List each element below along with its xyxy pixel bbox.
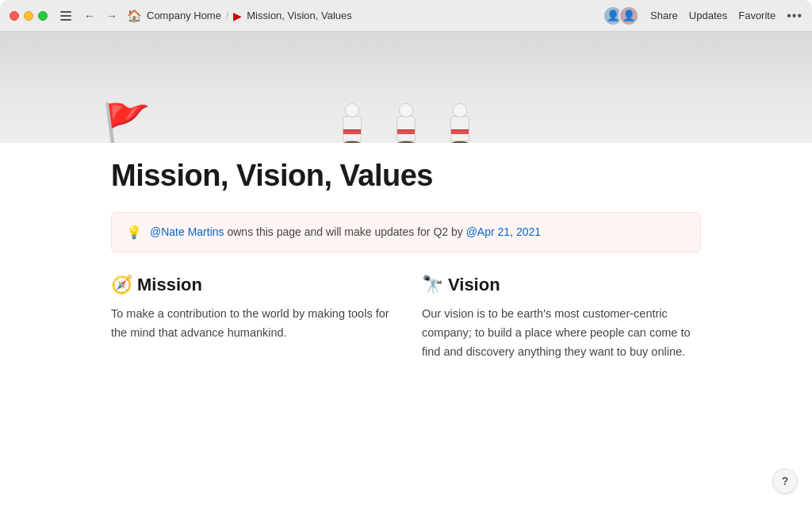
page-title: Mission, Vision, Values bbox=[111, 159, 701, 193]
breadcrumb-separator: / bbox=[226, 10, 228, 21]
breadcrumb-current-page: Mission, Vision, Values bbox=[247, 10, 351, 21]
mission-title: 🧭 Mission bbox=[111, 275, 390, 295]
page-content: Mission, Vision, Values 💡 @Nate Martins … bbox=[0, 143, 812, 378]
owner-mention[interactable]: @Nate Martins bbox=[150, 225, 224, 238]
page-hero-flag: 🚩 bbox=[103, 105, 151, 143]
titlebar-actions: 👤 👤 Share Updates Favorite ••• bbox=[603, 6, 802, 26]
astronaut-head bbox=[345, 103, 359, 117]
close-button[interactable] bbox=[10, 11, 19, 21]
mission-label: Mission bbox=[137, 275, 202, 295]
date-mention[interactable]: @Apr 21, 2021 bbox=[466, 225, 541, 238]
breadcrumb: 🏠 Company Home / ▶ Mission, Vision, Valu… bbox=[127, 9, 603, 23]
hero-banner: 🚩 bbox=[0, 32, 812, 143]
vision-body: Our vision is to be earth's most custome… bbox=[422, 305, 701, 362]
astronaut-belt bbox=[451, 129, 469, 134]
astronaut-body bbox=[396, 116, 416, 141]
avatar[interactable]: 👤 bbox=[619, 6, 639, 26]
two-column-layout: 🧭 Mission To make a contribution to the … bbox=[111, 275, 701, 362]
astronaut-base bbox=[341, 141, 363, 143]
maximize-button[interactable] bbox=[38, 11, 48, 21]
vision-section: 🔭 Vision Our vision is to be earth's mos… bbox=[422, 275, 701, 362]
avatar-group: 👤 👤 bbox=[603, 6, 639, 26]
titlebar: ← → 🏠 Company Home / ▶ Mission, Vision, … bbox=[0, 0, 812, 32]
astronaut-figure bbox=[395, 103, 417, 143]
telescope-icon: 🔭 bbox=[422, 275, 443, 295]
home-emoji-icon: 🏠 bbox=[127, 9, 142, 23]
astronaut-figure bbox=[449, 103, 471, 143]
page-flag-icon: ▶ bbox=[233, 10, 242, 22]
astronaut-body bbox=[450, 116, 469, 141]
help-button[interactable]: ? bbox=[772, 468, 798, 494]
breadcrumb-home-link[interactable]: Company Home bbox=[147, 10, 221, 21]
vision-title: 🔭 Vision bbox=[422, 275, 701, 295]
notice-banner: 💡 @Nate Martins owns this page and will … bbox=[111, 212, 701, 252]
favorite-button[interactable]: Favorite bbox=[738, 10, 776, 21]
astronaut-belt bbox=[343, 129, 361, 134]
lightbulb-icon: 💡 bbox=[126, 225, 142, 240]
astronaut-belt bbox=[397, 129, 415, 134]
vision-label: Vision bbox=[448, 275, 500, 295]
mission-section: 🧭 Mission To make a contribution to the … bbox=[111, 275, 390, 362]
astronaut-head bbox=[453, 103, 467, 117]
astronaut-head bbox=[399, 103, 413, 117]
astronaut-body bbox=[343, 116, 362, 141]
more-options-button[interactable]: ••• bbox=[787, 9, 802, 23]
astronaut-base bbox=[449, 141, 471, 143]
astronaut-figure bbox=[341, 103, 363, 143]
share-button[interactable]: Share bbox=[650, 10, 678, 21]
notice-text: @Nate Martins owns this page and will ma… bbox=[150, 224, 541, 241]
astronaut-base bbox=[395, 141, 417, 143]
avatar-face-2: 👤 bbox=[620, 7, 638, 25]
hero-illustration bbox=[341, 103, 471, 143]
updates-button[interactable]: Updates bbox=[689, 10, 727, 21]
notice-middle-text: owns this page and will make updates for… bbox=[227, 225, 465, 238]
mission-body: To make a contribution to the world by m… bbox=[111, 305, 390, 343]
traffic-lights bbox=[10, 11, 48, 21]
back-button[interactable]: ← bbox=[81, 8, 98, 24]
minimize-button[interactable] bbox=[24, 11, 33, 21]
nav-controls: ← → bbox=[81, 8, 121, 24]
forward-button[interactable]: → bbox=[103, 8, 121, 24]
sidebar-toggle-button[interactable] bbox=[57, 8, 75, 24]
compass-icon: 🧭 bbox=[111, 275, 132, 295]
